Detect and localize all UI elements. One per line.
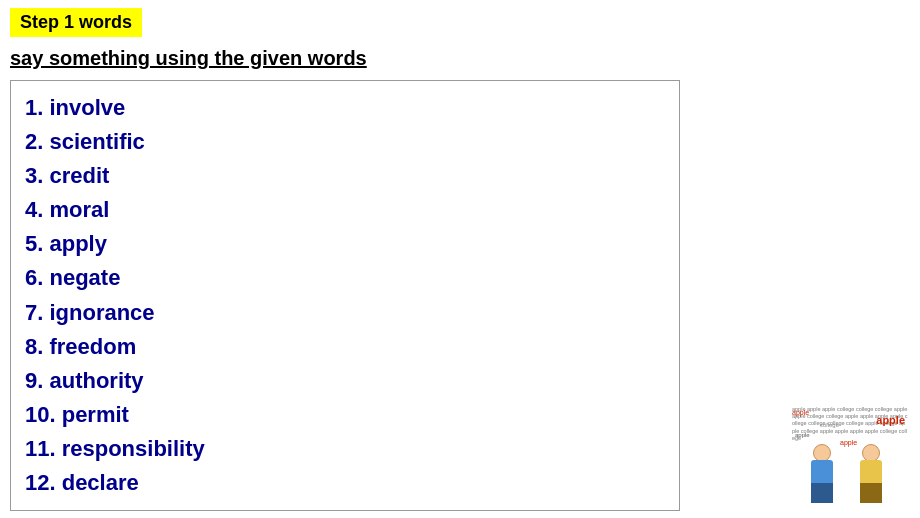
page-title: Step 1 words — [20, 12, 132, 32]
kid1-legs — [811, 483, 833, 503]
kid2-body — [860, 460, 882, 485]
apple-text: apple — [876, 414, 905, 426]
word-list-item-2: 2. scientific — [25, 125, 665, 159]
kids-figure — [790, 439, 910, 514]
word-list-item-12: 12. declare — [25, 466, 665, 500]
word-list-item-9: 9. authority — [25, 364, 665, 398]
word-list-item-8: 8. freedom — [25, 330, 665, 364]
word-list-container: 1. involve2. scientific3. credit4. moral… — [10, 80, 680, 511]
cloud-word-3: apple — [795, 432, 810, 438]
cloud-word-2: college — [820, 422, 839, 428]
word-list-item-10: 10. permit — [25, 398, 665, 432]
word-list: 1. involve2. scientific3. credit4. moral… — [25, 91, 665, 500]
kid2-legs — [860, 483, 882, 503]
kid-1 — [803, 444, 848, 514]
decorative-image: apple apple apple college college colleg… — [790, 404, 910, 514]
word-list-item-4: 4. moral — [25, 193, 665, 227]
cloud-word-1: apple — [792, 409, 809, 416]
kid-2 — [852, 444, 897, 514]
kid1-body — [811, 460, 833, 485]
word-list-item-11: 11. responsibility — [25, 432, 665, 466]
word-list-item-1: 1. involve — [25, 91, 665, 125]
word-list-item-6: 6. negate — [25, 261, 665, 295]
title-badge: Step 1 words — [10, 8, 142, 37]
word-list-item-3: 3. credit — [25, 159, 665, 193]
word-list-item-7: 7. ignorance — [25, 296, 665, 330]
word-cloud: apple apple apple college college colleg… — [790, 404, 910, 514]
instruction-text: say something using the given words — [10, 47, 910, 70]
word-list-item-5: 5. apply — [25, 227, 665, 261]
page-wrapper: Step 1 words say something using the giv… — [0, 0, 920, 518]
